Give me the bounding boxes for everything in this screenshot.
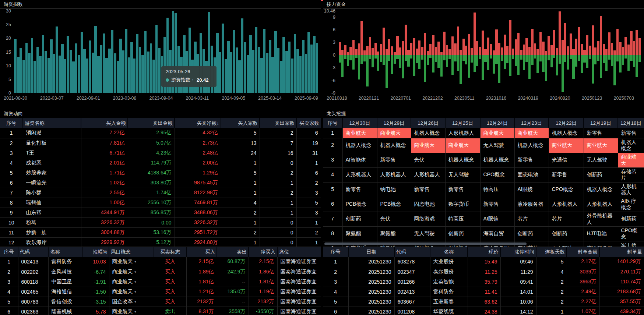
index-bar xyxy=(316,11,319,93)
hot-concept-cell: 商业航天 xyxy=(342,128,377,138)
column-header[interactable]: 席位 xyxy=(277,247,321,257)
table-cell: 8 xyxy=(0,198,23,208)
table-row[interactable]: 620251230001208华菱线缆24.3814:1211.07亿439.3… xyxy=(323,307,644,315)
panel-limit-up: 序号日期代码名称现价涨停时间连板天数封单金额封单量120251230603278… xyxy=(323,247,644,315)
table-row[interactable]: 4成都系2.01亿114.79万2.00亿101 xyxy=(0,158,321,168)
table-row[interactable]: 1002413雷科防务10.03商业航天▼买入2.15亿60.87万2.15亿国… xyxy=(0,257,321,267)
column-header[interactable]: 序号 xyxy=(0,247,18,257)
column-header[interactable]: 买卖标志 xyxy=(154,247,186,257)
dropdown-arrow-icon[interactable]: ▼ xyxy=(134,280,137,284)
table-row[interactable]: 1商业航天商业航天机器人概念人形机器人商业航天商业航天机器人概念新零售新零售 xyxy=(323,128,644,138)
column-header[interactable]: 12月22日 xyxy=(549,118,584,128)
table-row[interactable]: 5炒股养家1.71亿4188.64万1.29亿526 xyxy=(0,168,321,178)
table-row[interactable]: 9山东帮4344.91万856.85万3488.06万213 xyxy=(0,208,321,217)
column-header[interactable]: 12月25日 xyxy=(445,118,480,128)
table-row[interactable]: 3T王6.71亿4.23亿2.48亿241631 xyxy=(0,148,321,158)
inflow-outflow-bar xyxy=(465,11,468,93)
relay-funds-chart[interactable] xyxy=(338,11,641,93)
column-header[interactable]: 序号 xyxy=(323,247,348,257)
inflow-outflow-bar xyxy=(542,11,545,93)
column-header[interactable]: 代码 xyxy=(18,247,48,257)
column-header[interactable]: 序号 xyxy=(323,118,342,128)
column-header[interactable]: 风口概念 xyxy=(109,247,154,257)
column-header[interactable]: 净买入 xyxy=(249,247,277,257)
index-bar xyxy=(114,11,117,93)
column-header[interactable]: 连板天数 xyxy=(536,247,567,257)
dropdown-arrow-icon[interactable]: ▼ xyxy=(134,260,137,263)
table-row[interactable]: 220251230002347泰尔股份11.2511:2943039万270.1… xyxy=(323,267,644,277)
column-header[interactable]: 12月24日 xyxy=(480,118,514,128)
horizontal-scrollbar[interactable] xyxy=(324,243,527,245)
column-header[interactable]: 买卖净额↓ xyxy=(175,118,221,128)
table-cell: -3550万 xyxy=(249,307,277,315)
index-bar xyxy=(313,11,316,93)
table-row[interactable]: 5新零售钠电池新零售新零售特高压AI眼镜CPO概念机器人概念人形机器人 xyxy=(323,182,644,197)
table-row[interactable]: 6一瞬流光1.02亿303.80万9875.45万112 xyxy=(0,178,321,188)
column-header[interactable]: 12月30日 xyxy=(342,118,377,128)
column-header[interactable]: 12月18日 xyxy=(618,118,644,128)
table-cell: 53.16万 xyxy=(128,227,175,237)
column-header[interactable]: 涨幅% xyxy=(83,247,109,257)
table-row[interactable]: 2002202金风科技-6.74商业航天▼买入1.89亿242.9万1.86亿国… xyxy=(0,267,321,277)
table-cell: 4 xyxy=(221,198,260,208)
dropdown-arrow-icon[interactable]: ▼ xyxy=(134,270,137,274)
dropdown-arrow-icon[interactable]: ▼ xyxy=(134,290,137,294)
table-cell: 2.49亿 xyxy=(567,287,599,297)
column-header[interactable]: 日期 xyxy=(348,247,394,257)
table-row[interactable]: 4002465海格通信-1.50商业航天▼买入1.21亿135.0万1.19亿国… xyxy=(0,287,321,297)
column-header[interactable]: 12月23日 xyxy=(514,118,549,128)
column-header[interactable]: 代码 xyxy=(394,247,430,257)
table-row[interactable]: 7创新药光伏网络游戏特高压AI眼镜芯片芯片外骨骼机器人创新药 xyxy=(323,212,644,226)
table-row[interactable]: 12欢乐海岸2929.92万5.12万2924.80万101 xyxy=(0,237,321,247)
column-header[interactable]: 买入 xyxy=(186,247,217,257)
column-header[interactable]: 12月26日 xyxy=(411,118,445,128)
column-header[interactable]: 卖出 xyxy=(217,247,249,257)
table-row[interactable]: 8聚氨酯聚氨酯无人驾驶创新药海南自贸创新药创新药HJT电池CPO概念 xyxy=(323,226,644,241)
inflow-outflow-bar xyxy=(377,11,380,93)
column-header[interactable]: 序号 xyxy=(0,118,23,128)
table-row[interactable]: 1消闲派7.27亿2.95亿4.32亿526 xyxy=(0,128,321,138)
inflow-outflow-bar xyxy=(484,11,487,93)
column-header[interactable]: 封单金额 xyxy=(567,247,599,257)
table-row[interactable]: 6PCB概念PCB概念固态电池数字货币新零售液冷服务器人形机器人人形机器人AI医… xyxy=(323,197,644,212)
table-cell: 大业股份 xyxy=(430,257,468,267)
table-cell: 钠电池 xyxy=(377,182,411,197)
column-header[interactable]: 买入金额 xyxy=(81,118,128,128)
column-header[interactable]: 12月29日 xyxy=(377,118,411,128)
column-header[interactable]: 名称 xyxy=(430,247,468,257)
table-row[interactable]: 3600118中国卫星-1.91商业航天▼买入1.81亿--1.81亿国泰海通证… xyxy=(0,277,321,287)
table-row[interactable]: 6002363隆基机械5.78商业航天▼卖出8.31万3558万-3550万国泰… xyxy=(0,307,321,315)
table-row[interactable]: 320251230001266宏英智能35.7909:4123963万110.7… xyxy=(323,277,644,287)
column-header[interactable]: 卖出金额 xyxy=(128,118,175,128)
index-bar xyxy=(268,11,271,93)
table-row[interactable]: 4人形机器人人形机器人人形机器人无人驾驶CPO概念固态电池新零售创新药存储芯片 xyxy=(323,167,644,182)
table-cell: 6 xyxy=(296,168,321,178)
table-row[interactable]: 10粉葛3226.32万0.003226.32万101 xyxy=(0,217,321,227)
table-cell: 2.17亿 xyxy=(567,257,599,267)
table-row[interactable]: 11炒新一族3004.88万53.16万2951.72万202 xyxy=(0,227,321,237)
table-row[interactable]: 5600783鲁信创投-3.15国企改革▼买入2132万--2132万国泰海通证… xyxy=(0,297,321,307)
table-row[interactable]: 3AI智能体新零售光伏机器人概念机器人概念新零售光通信无人驾驶商业航天 xyxy=(323,153,644,167)
table-row[interactable]: 2量化打板7.81亿5.07亿2.73亿13719 xyxy=(0,138,321,148)
table-row[interactable]: 7陈小群2.55亿1.74亿8122.98万123 xyxy=(0,188,321,198)
table-row[interactable]: 2机器人概念机器人概念商业航天商业航天无人驾驶机器人概念商业航天商业航天机器人概… xyxy=(323,138,644,153)
table-cell: 5 xyxy=(296,198,321,208)
dropdown-arrow-icon[interactable]: ▼ xyxy=(134,300,137,304)
column-header[interactable]: 现价 xyxy=(468,247,500,257)
column-header[interactable]: 12月19日 xyxy=(584,118,618,128)
column-header[interactable]: 卖出家数 xyxy=(260,118,296,128)
column-header[interactable]: 名称 xyxy=(48,247,83,257)
table-cell: 新零售 xyxy=(377,153,411,167)
inflow-outflow-bar xyxy=(564,11,566,93)
column-header[interactable]: 游资名称 xyxy=(23,118,81,128)
column-header[interactable]: 买入家数 xyxy=(221,118,260,128)
table-row[interactable]: 120251230603278大业股份15.4909:4652.17亿1401.… xyxy=(323,257,644,267)
table-row[interactable]: 520251230603667五洲新春63.6210:0622.27亿357.5… xyxy=(323,297,644,307)
column-header[interactable]: 涨停时间 xyxy=(500,247,536,257)
table-row[interactable]: 420251230002413雷科防务11.4114:0122.49亿2183.… xyxy=(323,287,644,297)
index-bar xyxy=(89,11,92,93)
column-header[interactable]: 买卖家数 xyxy=(296,118,321,128)
dropdown-arrow-icon[interactable]: ▼ xyxy=(134,310,137,314)
table-row[interactable]: 8瑞鹤仙1.00亿2556.10万7469.81万415 xyxy=(0,198,321,208)
column-header[interactable]: 封单量 xyxy=(599,247,644,257)
